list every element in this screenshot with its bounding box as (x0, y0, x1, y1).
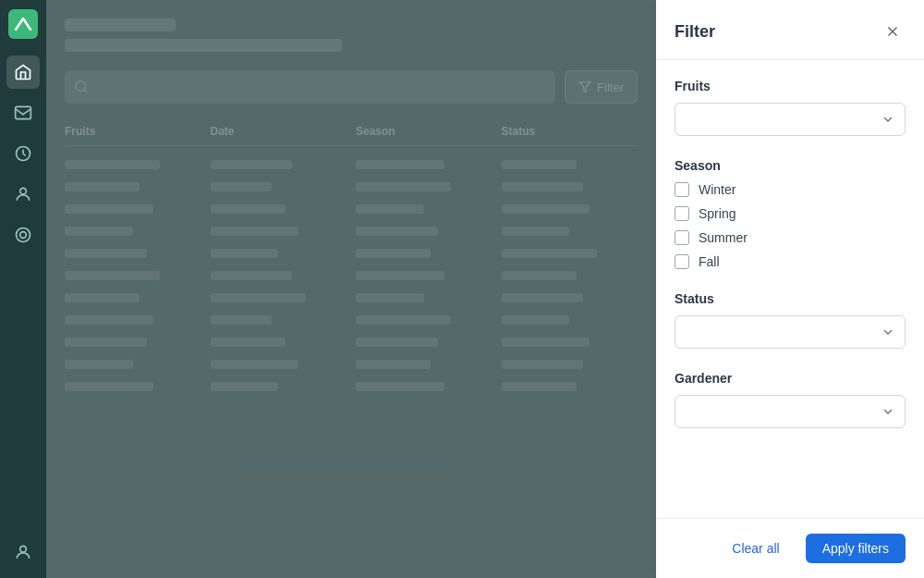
season-option-winter: Winter (699, 182, 736, 197)
sidebar-item-history[interactable] (6, 137, 40, 170)
close-icon (884, 23, 901, 40)
gardener-section: Gardener (675, 371, 906, 428)
season-checkbox-winter[interactable]: Winter (675, 182, 906, 197)
sidebar-item-users[interactable] (6, 178, 40, 211)
fruits-section: Fruits (675, 79, 906, 136)
svg-rect-1 (16, 106, 31, 118)
season-section: Season WinterSpringSummerFall (675, 158, 906, 269)
overlay (46, 0, 656, 578)
svg-rect-0 (8, 9, 38, 39)
app-logo[interactable] (8, 9, 38, 39)
chevron-down-icon (881, 112, 895, 127)
clear-button[interactable]: Clear all (715, 534, 796, 563)
sidebar-item-home[interactable] (6, 55, 40, 89)
chevron-down-icon (881, 325, 895, 339)
filter-panel: Filter Fruits Season WinterSpringSummerF… (656, 0, 924, 578)
gardener-label: Gardener (675, 371, 906, 386)
season-label: Season (675, 158, 906, 173)
chevron-down-icon (881, 404, 895, 419)
filter-footer: Clear all Apply filters (656, 518, 924, 578)
season-checkbox-group: WinterSpringSummerFall (675, 182, 906, 269)
svg-point-4 (17, 228, 30, 242)
svg-point-5 (20, 232, 27, 239)
status-label: Status (675, 291, 906, 306)
gardener-dropdown[interactable] (675, 395, 906, 428)
fruits-label: Fruits (675, 79, 906, 93)
season-checkbox-spring[interactable]: Spring (675, 206, 906, 221)
status-section: Status (675, 291, 906, 349)
close-button[interactable] (880, 18, 906, 44)
checkbox-box-summer (675, 230, 689, 245)
season-checkbox-fall[interactable]: Fall (675, 254, 906, 269)
svg-point-6 (20, 546, 27, 552)
apply-filters-button[interactable]: Apply filters (806, 534, 906, 563)
svg-point-3 (20, 188, 27, 194)
season-option-fall: Fall (699, 254, 720, 269)
filter-body: Fruits Season WinterSpringSummerFall Sta… (656, 60, 924, 518)
sidebar (0, 0, 46, 578)
checkbox-box-winter (675, 182, 689, 197)
status-dropdown[interactable] (675, 315, 906, 349)
fruits-dropdown[interactable] (675, 103, 906, 136)
season-option-summer: Summer (699, 230, 748, 245)
season-option-spring: Spring (699, 206, 736, 221)
sidebar-item-avatar[interactable] (6, 535, 40, 569)
sidebar-item-support[interactable] (6, 218, 40, 252)
checkbox-box-fall (675, 254, 689, 269)
checkbox-box-spring (675, 206, 689, 221)
season-checkbox-summer[interactable]: Summer (675, 230, 906, 245)
filter-header: Filter (656, 0, 924, 60)
filter-title: Filter (675, 22, 715, 42)
main-content-area: Filter Fruits Date Season Status (46, 0, 656, 578)
sidebar-item-mail[interactable] (6, 96, 40, 129)
